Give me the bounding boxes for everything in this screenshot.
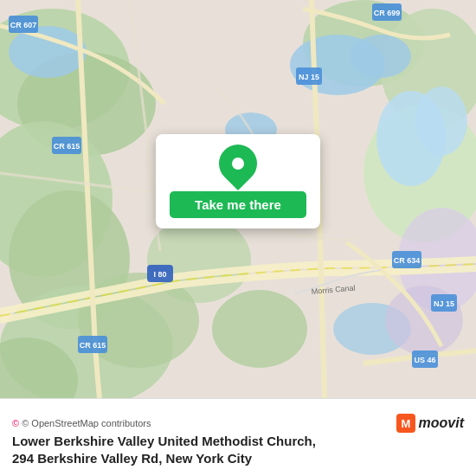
- svg-text:CR 615: CR 615: [54, 142, 80, 151]
- location-address: 294 Berkshire Valley Rd, New York City: [12, 451, 252, 466]
- svg-text:CR 634: CR 634: [394, 256, 421, 265]
- svg-text:US 46: US 46: [414, 356, 435, 364]
- location-title: Lower Berkshire Valley United Methodist …: [12, 433, 464, 466]
- svg-point-13: [9, 26, 87, 78]
- location-name: Lower Berkshire Valley United Methodist …: [12, 434, 316, 448]
- pin-dot: [232, 158, 244, 170]
- svg-text:M: M: [401, 417, 410, 430]
- svg-text:CR 699: CR 699: [374, 9, 401, 17]
- copyright-symbol: ©: [12, 418, 19, 428]
- svg-text:CR 607: CR 607: [10, 21, 37, 29]
- osm-text: © OpenStreetMap contributors: [22, 418, 151, 428]
- svg-text:NJ 15: NJ 15: [299, 73, 319, 81]
- take-me-there-card: Take me there: [156, 134, 320, 228]
- svg-text:NJ 15: NJ 15: [434, 299, 454, 308]
- take-me-there-button[interactable]: Take me there: [170, 191, 306, 218]
- svg-text:I 80: I 80: [153, 270, 166, 279]
- location-pin-icon: [211, 137, 265, 190]
- svg-text:CR 615: CR 615: [80, 341, 106, 350]
- svg-point-17: [415, 87, 467, 156]
- moovit-logo-text: moovit: [419, 415, 464, 431]
- moovit-logo: M moovit: [396, 414, 464, 433]
- osm-attribution: © © OpenStreetMap contributors: [12, 418, 151, 428]
- svg-point-12: [212, 290, 307, 368]
- info-bar: © © OpenStreetMap contributors M moovit …: [0, 398, 476, 476]
- svg-point-15: [351, 35, 411, 78]
- map-container: CR 607 CR 699 CR 615 CR 615 NJ 15 I 80 C…: [0, 0, 476, 476]
- moovit-logo-icon: M: [396, 414, 415, 433]
- attribution-row: © © OpenStreetMap contributors M moovit: [12, 414, 464, 433]
